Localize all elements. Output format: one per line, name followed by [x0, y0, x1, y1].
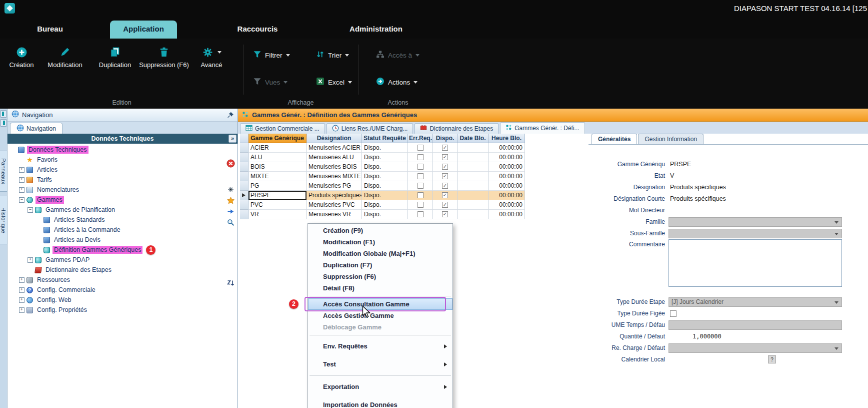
checkbox-checked[interactable]: ✓ — [442, 183, 448, 189]
tree-item-config-commerciale[interactable]: +?Config. Commerciale — [8, 285, 238, 295]
sort-icon[interactable] — [226, 279, 235, 288]
tree-item-dictionnaire-des-etapes[interactable]: Dictionnaire des Etapes — [8, 265, 238, 275]
column-header-heure-blo[interactable]: Heure Blo. — [488, 134, 525, 143]
favorites-icon[interactable] — [226, 196, 235, 205]
column-header-designation[interactable]: Désignation — [306, 134, 362, 143]
checkbox-unchecked[interactable] — [418, 202, 424, 208]
tree-expander[interactable]: + — [19, 177, 24, 183]
cell-gamme[interactable]: PG — [248, 181, 306, 191]
checkbox-unchecked[interactable] — [418, 192, 424, 198]
input-ume-temps-defau[interactable] — [668, 320, 842, 330]
panel-toggle-button-2[interactable] — [0, 119, 6, 127]
checkbox-type-duree-figee[interactable] — [670, 310, 676, 317]
ribbon-button-suppression-f6[interactable]: Suppression (F6) — [139, 45, 189, 69]
settings-icon[interactable] — [226, 185, 235, 194]
tree-expander[interactable]: + — [19, 187, 24, 193]
tree-expander[interactable]: + — [28, 257, 33, 263]
tab-navigation[interactable]: Navigation — [10, 123, 62, 134]
checkbox-checked[interactable]: ✓ — [442, 145, 448, 151]
menu-tab-administration[interactable]: Administration — [341, 21, 411, 39]
dropdown-type-duree-etape[interactable]: [J] Jours Calendrier — [668, 297, 842, 307]
cell-gamme[interactable]: ALU — [248, 153, 306, 162]
tree-item-gammes[interactable]: −Gammes — [8, 195, 238, 205]
ribbon-button-actions[interactable]: Actions — [376, 77, 418, 88]
dropdown-famille[interactable] — [668, 217, 842, 227]
column-header-date-blo[interactable]: Date Blo. — [458, 134, 488, 143]
cell-gamme[interactable]: PVC — [248, 200, 306, 210]
tree-item-nomenclatures[interactable]: +Nomenclatures — [8, 185, 238, 195]
checkbox-checked[interactable]: ✓ — [442, 192, 448, 198]
side-tab-historique[interactable]: Historique — [0, 196, 8, 244]
tree-expander[interactable]: + — [19, 307, 24, 313]
panel-toggle-button[interactable] — [0, 110, 6, 118]
tree-expander[interactable]: + — [19, 277, 24, 283]
row-selector[interactable] — [240, 200, 248, 210]
cell-gamme[interactable]: VR — [248, 210, 306, 219]
cell-gamme[interactable]: MIXTE — [248, 172, 306, 181]
ribbon-button-creation[interactable]: Création — [5, 45, 38, 69]
tree-item-ressources[interactable]: +Ressources — [8, 275, 238, 285]
row-selector[interactable] — [240, 143, 248, 153]
ribbon-button-avance[interactable]: Avancé — [193, 45, 230, 69]
document-tab-gestion-commerciale[interactable]: Gestion Commerciale ... — [240, 123, 325, 134]
ribbon-button-modification[interactable]: Modification — [40, 45, 90, 69]
tree-item-favoris[interactable]: ★Favoris — [8, 155, 238, 165]
ribbon-button-excel[interactable]: Excel — [316, 77, 352, 88]
column-header-gamme-generique[interactable]: Gamme Générique — [248, 134, 306, 143]
clear-filter-button[interactable] — [226, 159, 235, 168]
ribbon-button-duplication[interactable]: Duplication — [93, 45, 137, 69]
detail-tab-generalites[interactable]: Généralités — [592, 134, 637, 144]
checkbox-unchecked[interactable] — [418, 154, 424, 160]
detail-tab-gestion-information[interactable]: Gestion Information — [638, 134, 704, 144]
checkbox-unchecked[interactable] — [418, 164, 424, 170]
document-tab-dictionnaire-des-etapes[interactable]: Dictionnaire des Etapes — [414, 123, 498, 134]
textarea-commentaire[interactable] — [668, 239, 842, 287]
search-icon[interactable] — [226, 218, 235, 227]
tree-expander[interactable]: − — [19, 197, 24, 203]
menu-item-importation-de-donnees[interactable]: Importation de Données — [308, 396, 452, 408]
help-button[interactable]: ? — [768, 355, 776, 363]
tree-item-articles-standards[interactable]: Articles Standards — [8, 215, 238, 225]
tree-item-gammes-pdap[interactable]: +Gammes PDAP — [8, 255, 238, 265]
cell-gamme[interactable]: PRSPE — [248, 191, 306, 200]
checkbox-unchecked[interactable] — [418, 183, 424, 189]
checkbox-checked[interactable]: ✓ — [442, 202, 448, 208]
tree-item-articles[interactable]: +Articles — [8, 165, 238, 175]
menu-item-env-requetes[interactable]: Env. Requêtes — [308, 337, 452, 355]
checkbox-checked[interactable]: ✓ — [442, 154, 448, 160]
tree-item-gammes-de-planification[interactable]: −Gammes de Planification — [8, 205, 238, 215]
checkbox-unchecked[interactable] — [418, 173, 424, 179]
tree-item-articles-a-la-commande[interactable]: Articles à la Commande — [8, 225, 238, 235]
menu-tab-raccourcis[interactable]: Raccourcis — [226, 21, 289, 39]
row-selector[interactable] — [240, 153, 248, 162]
row-selector[interactable] — [240, 210, 248, 219]
dropdown-re-charge-defaut[interactable] — [668, 343, 842, 353]
menu-item-test[interactable]: Test — [308, 355, 452, 373]
tree-expander[interactable]: − — [28, 207, 33, 213]
tree-item-articles-au-devis[interactable]: Articles au Devis — [8, 235, 238, 245]
row-selector[interactable] — [240, 162, 248, 172]
checkbox-unchecked[interactable] — [418, 211, 424, 217]
cell-gamme[interactable]: BOIS — [248, 162, 306, 172]
menu-tab-application[interactable]: Application — [110, 21, 177, 39]
checkbox-unchecked[interactable] — [418, 145, 424, 151]
tree-expander[interactable]: + — [19, 297, 24, 303]
tree-item-donnees-techniques[interactable]: Données Techniques — [8, 145, 238, 155]
menu-item-modification-globale-maj-f1[interactable]: Modification Globale (Maj+F1) — [308, 248, 452, 259]
checkbox-checked[interactable]: ✓ — [442, 164, 448, 170]
tree-item-definition-gammes-generiques[interactable]: Définition Gammes Génériques1 — [8, 245, 238, 255]
menu-item-duplication-f7[interactable]: Duplication (F7) — [308, 259, 452, 271]
ribbon-button-trier[interactable]: Trier — [316, 50, 349, 61]
navigate-icon[interactable] — [226, 207, 235, 216]
tree-item-config-web[interactable]: +Config. Web — [8, 295, 238, 305]
menu-item-creation-f9[interactable]: Création (F9) — [308, 225, 452, 236]
tree-item-tarifs[interactable]: +Tarifs — [8, 175, 238, 185]
menu-item-acces-consultation-gamme[interactable]: Accès Consultation Gamme2 — [308, 298, 452, 310]
menu-tab-bureau[interactable]: Bureau — [31, 21, 69, 39]
menu-item-acces-gestion-gamme[interactable]: Accès Gestion Gamme — [308, 310, 452, 321]
checkbox-checked[interactable]: ✓ — [442, 173, 448, 179]
cell-gamme[interactable]: ACIER — [248, 143, 306, 153]
document-tab-gammes-gener-defi[interactable]: Gammes Génér. : Défi... — [500, 122, 584, 134]
menu-item-detail-f8[interactable]: Détail (F8) — [308, 282, 452, 294]
column-header-statut-requete[interactable]: Statut Requête — [362, 134, 408, 143]
